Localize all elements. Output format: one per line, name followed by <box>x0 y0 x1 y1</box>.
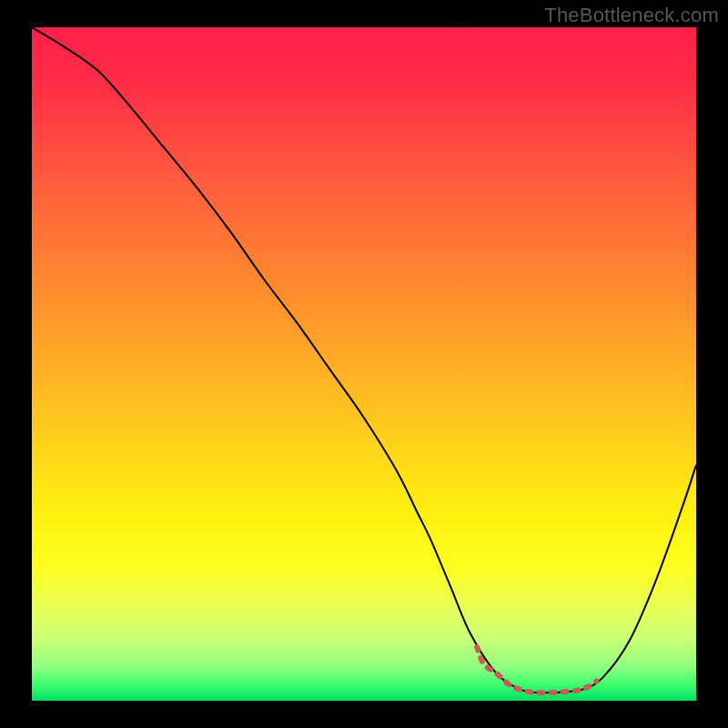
chart-container: TheBottleneck.com <box>0 0 728 728</box>
bottleneck-chart <box>0 0 728 728</box>
plot-background <box>32 27 696 701</box>
watermark-text: TheBottleneck.com <box>544 4 719 27</box>
